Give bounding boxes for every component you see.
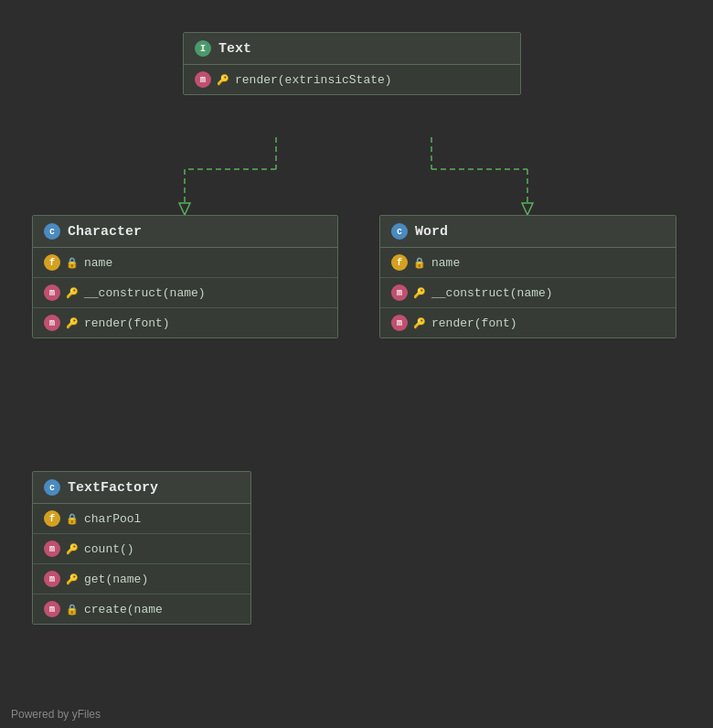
- character-class-title: Character: [68, 224, 142, 240]
- lock-icon: 🔒: [413, 257, 426, 269]
- textfactory-field-charpool: f 🔒 charPool: [33, 504, 250, 534]
- textfactory-method-count: m 🔑 count(): [33, 534, 250, 564]
- character-field-name: f 🔒 name: [33, 248, 337, 278]
- text-class-title: Text: [218, 41, 251, 57]
- method-badge: m: [391, 284, 408, 301]
- watermark: Powered by yFiles: [11, 708, 101, 721]
- method-label: create(name: [84, 603, 163, 616]
- textfactory-class-header: c TextFactory: [33, 472, 250, 504]
- method-badge: m: [391, 315, 408, 331]
- method-label: count(): [84, 542, 134, 556]
- textfactory-method-get: m 🔑 get(name): [33, 564, 250, 594]
- word-badge: c: [391, 223, 408, 240]
- word-method-construct: m 🔑 __construct(name): [380, 278, 676, 308]
- key-icon: 🔑: [66, 287, 79, 299]
- method-badge: m: [44, 541, 60, 557]
- word-method-render: m 🔑 render(font): [380, 308, 676, 337]
- word-class-header: c Word: [380, 216, 676, 248]
- method-label: __construct(name): [84, 286, 206, 300]
- method-badge: m: [44, 601, 60, 617]
- character-badge: c: [44, 223, 60, 240]
- textfactory-badge: c: [44, 479, 60, 496]
- text-method-render: m 🔑 render(extrinsicState): [184, 65, 520, 94]
- key-icon: 🔑: [66, 573, 79, 585]
- textfactory-class-box: c TextFactory f 🔒 charPool m 🔑 count() m…: [32, 471, 251, 625]
- word-class-box: c Word f 🔒 name m 🔑 __construct(name) m …: [379, 215, 676, 338]
- method-label: render(extrinsicState): [235, 73, 392, 87]
- key-icon: 🔑: [413, 287, 426, 299]
- field-badge: f: [44, 254, 60, 271]
- key-icon: 🔑: [217, 74, 229, 86]
- field-label: name: [84, 256, 112, 270]
- method-label: get(name): [84, 573, 148, 586]
- character-method-render: m 🔑 render(font): [33, 308, 337, 337]
- text-class-header: I Text: [184, 33, 520, 65]
- lock-icon: 🔒: [66, 513, 79, 525]
- svg-marker-4: [179, 203, 190, 215]
- method-label: __construct(name): [431, 286, 553, 300]
- text-class-box: I Text m 🔑 render(extrinsicState): [183, 32, 521, 95]
- key-icon: 🔑: [66, 317, 79, 329]
- key-icon: 🔑: [66, 543, 79, 555]
- method-badge: m: [195, 71, 211, 88]
- textfactory-class-title: TextFactory: [68, 480, 158, 496]
- lock-icon: 🔒: [66, 257, 79, 269]
- word-field-name: f 🔒 name: [380, 248, 676, 278]
- character-method-construct: m 🔑 __construct(name): [33, 278, 337, 308]
- method-label: render(font): [431, 316, 517, 330]
- character-class-box: c Character f 🔒 name m 🔑 __construct(nam…: [32, 215, 338, 338]
- key-icon: 🔑: [413, 317, 426, 329]
- method-badge: m: [44, 571, 60, 587]
- character-class-header: c Character: [33, 216, 337, 248]
- field-label: charPool: [84, 512, 141, 526]
- field-badge: f: [391, 254, 408, 271]
- method-label: render(font): [84, 316, 170, 330]
- method-badge: m: [44, 315, 60, 331]
- field-label: name: [431, 256, 460, 270]
- svg-marker-8: [522, 203, 533, 215]
- text-badge: I: [195, 40, 211, 57]
- textfactory-method-create: m 🔒 create(name: [33, 594, 250, 624]
- method-badge: m: [44, 284, 60, 301]
- word-class-title: Word: [415, 224, 448, 240]
- lock-icon: 🔒: [66, 604, 79, 616]
- field-badge: f: [44, 510, 60, 527]
